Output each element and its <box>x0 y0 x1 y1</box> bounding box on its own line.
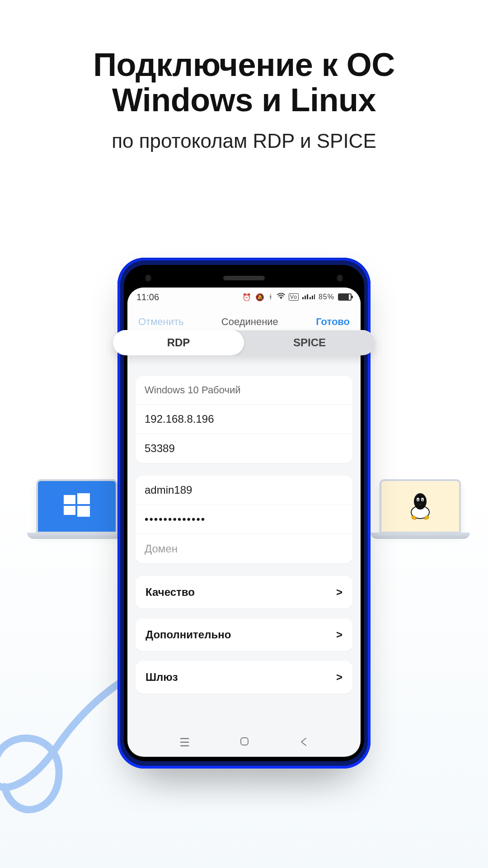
back-button[interactable] <box>300 736 309 750</box>
port-field[interactable]: 53389 <box>136 434 352 463</box>
svg-rect-14 <box>310 297 311 299</box>
host-field[interactable]: 192.168.8.196 <box>136 405 352 434</box>
status-time: 11:06 <box>136 292 159 302</box>
chevron-right-icon: > <box>336 671 343 684</box>
svg-point-9 <box>422 500 423 501</box>
gateway-button[interactable]: Шлюз > <box>136 661 352 693</box>
username-field[interactable]: admin189 <box>136 476 352 505</box>
credentials-card: admin189 ••••••••••••• Домен <box>136 476 352 563</box>
promo-subtitle: по протоколам RDP и SPICE <box>0 130 488 152</box>
volte-icon: Vo <box>289 293 299 301</box>
svg-point-5 <box>414 493 427 509</box>
chevron-right-icon: > <box>336 586 343 599</box>
bluetooth-icon: ᚼ <box>268 293 273 301</box>
password-field[interactable]: ••••••••••••• <box>136 505 352 534</box>
alarm-icon: ⏰ <box>242 293 252 302</box>
battery-icon <box>338 293 352 301</box>
done-button[interactable]: Готово <box>316 316 350 328</box>
linux-tux-icon <box>407 490 434 523</box>
svg-rect-1 <box>77 493 90 504</box>
linux-laptop-illustration <box>371 479 470 556</box>
cancel-button[interactable]: Отменить <box>138 316 184 328</box>
svg-rect-0 <box>64 495 75 504</box>
svg-rect-12 <box>305 296 306 299</box>
quality-button[interactable]: Качество > <box>136 576 352 609</box>
battery-percent: 85% <box>319 293 334 301</box>
windows-icon <box>61 490 93 523</box>
windows-laptop-illustration <box>27 479 127 556</box>
svg-rect-17 <box>241 738 248 745</box>
svg-rect-2 <box>64 506 75 515</box>
home-button[interactable] <box>239 736 249 750</box>
svg-rect-13 <box>307 294 308 299</box>
promo-title: Подключение к ОС Windows и Linux <box>0 47 488 118</box>
connection-settings-card: Windows 10 Рабочий 192.168.8.196 53389 <box>136 376 352 463</box>
svg-rect-15 <box>312 296 313 299</box>
protocol-segmented-control: RDP SPICE <box>113 330 375 355</box>
svg-rect-11 <box>302 297 304 299</box>
screen-title: Соединение <box>221 316 278 328</box>
quality-label: Качество <box>145 586 195 599</box>
svg-point-8 <box>418 500 419 501</box>
chevron-right-icon: > <box>336 628 343 641</box>
svg-rect-16 <box>314 294 315 299</box>
recent-apps-button[interactable]: ☰ <box>179 736 190 750</box>
connection-name-field[interactable]: Windows 10 Рабочий <box>136 376 352 405</box>
signal-icon <box>302 293 315 301</box>
android-navigation-bar: ☰ <box>127 728 361 757</box>
domain-field[interactable]: Домен <box>136 534 352 563</box>
gateway-label: Шлюз <box>145 671 178 684</box>
tab-rdp[interactable]: RDP <box>113 330 244 355</box>
svg-point-10 <box>281 298 282 299</box>
status-bar: 11:06 ⏰ 🔕 ᚼ Vo <box>127 288 361 307</box>
advanced-label: Дополнительно <box>145 628 231 641</box>
tab-spice[interactable]: SPICE <box>244 330 375 355</box>
advanced-button[interactable]: Дополнительно > <box>136 618 352 651</box>
svg-rect-3 <box>77 506 90 517</box>
wifi-icon <box>277 293 285 301</box>
dnd-icon: 🔕 <box>255 293 265 302</box>
